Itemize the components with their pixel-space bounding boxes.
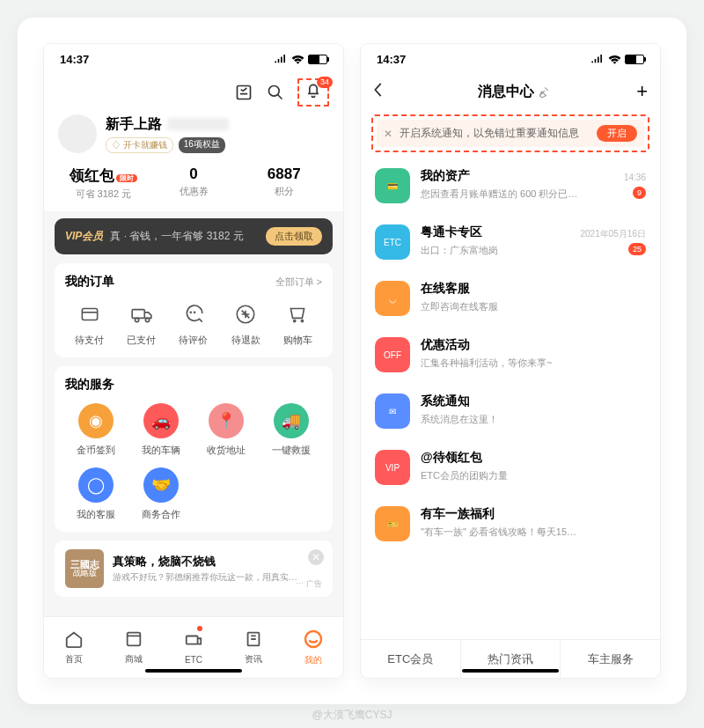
order-item[interactable]: 待支付: [65, 300, 114, 347]
tab-icon: [303, 629, 324, 651]
message-row[interactable]: 🎫 有车一族福利 "有车一族" 必看省钱攻略！每天15…: [361, 496, 660, 552]
avatar[interactable]: [58, 114, 97, 153]
status-bar: 14:37: [361, 44, 660, 74]
bell-highlight[interactable]: 34: [297, 78, 329, 107]
banner-text: 开启系统通知，以免错过重要通知信息: [400, 126, 590, 141]
profile-section: 新手上路 ♢ 开卡就赚钱 16项权益 领红包限时 可省 3182 元 0优惠券 …: [44, 111, 343, 211]
row-name: 在线客服: [421, 281, 470, 297]
banner-open-button[interactable]: 开启: [597, 125, 637, 142]
order-item[interactable]: 已支付: [117, 300, 165, 347]
row-desc: 系统消息在这里！: [421, 413, 498, 426]
orders-more[interactable]: 全部订单 >: [275, 276, 322, 289]
back-icon[interactable]: [373, 82, 391, 101]
service-item[interactable]: 🚚一键救援: [260, 403, 322, 457]
message-row[interactable]: ◡ 在线客服 立即咨询在线客服: [361, 270, 660, 327]
watermark: @大漠飞鹰CYSJ: [0, 708, 704, 723]
message-row[interactable]: 💳 我的资产14:36 您因查看月账单赠送的 600 积分已…9: [361, 158, 660, 214]
services-title: 我的服务: [65, 377, 114, 393]
message-row[interactable]: ETC 粤通卡专区2021年05月16日 出口：广东富地岗25: [361, 214, 660, 270]
svg-point-12: [305, 631, 321, 647]
scan-icon[interactable]: [234, 83, 253, 102]
tab-0[interactable]: 首页: [44, 617, 104, 678]
bottom-tab-0[interactable]: ETC会员: [361, 640, 461, 678]
page-title: 消息中心: [391, 83, 636, 101]
svg-rect-0: [238, 86, 251, 99]
tab-icon: [64, 629, 84, 651]
stat-coupon[interactable]: 0优惠券: [149, 165, 239, 201]
row-icon: 🎫: [375, 506, 410, 541]
stat-points[interactable]: 6887积分: [238, 165, 329, 201]
phone-profile: 14:37 34 新手上路 ♢ 开卡就赚钱 16: [44, 44, 343, 678]
home-indicator: [462, 669, 559, 673]
wifi-icon: [291, 54, 304, 64]
row-desc: 立即咨询在线客服: [421, 300, 498, 313]
message-row[interactable]: ✉ 系统通知 系统消息在这里！: [361, 383, 660, 439]
wifi-icon: [608, 54, 621, 64]
add-icon[interactable]: +: [636, 80, 648, 103]
order-item[interactable]: 待退款: [222, 300, 270, 347]
orders-title: 我的订单: [65, 274, 114, 290]
ad-close-icon[interactable]: ✕: [308, 549, 324, 565]
service-item[interactable]: ◯我的客服: [65, 467, 127, 521]
svg-rect-3: [132, 310, 144, 319]
row-icon: ETC: [375, 224, 410, 260]
search-icon[interactable]: [266, 83, 285, 102]
username: 新手上路: [106, 116, 162, 131]
vip-banner[interactable]: VIP会员 真 · 省钱，一年省够 3182 元 点击领取: [55, 218, 333, 254]
service-icon: ◉: [78, 403, 114, 438]
tab-label: 我的: [304, 654, 322, 666]
service-icon: 🚚: [274, 403, 309, 438]
stat-redpacket[interactable]: 领红包限时 可省 3182 元: [58, 165, 149, 201]
message-row[interactable]: VIP @待领红包 ETC会员的团购力量: [361, 439, 660, 496]
battery-icon: [625, 55, 644, 64]
service-label: 我的车辆: [130, 444, 192, 457]
bottom-tab-2[interactable]: 车主服务: [561, 640, 660, 678]
tab-4[interactable]: 我的: [283, 617, 343, 678]
row-time: 14:36: [624, 173, 646, 182]
row-name: 系统通知: [421, 393, 470, 409]
home-indicator: [145, 669, 242, 673]
profile-tag-rights[interactable]: 16项权益: [179, 137, 225, 153]
tab-icon: [124, 629, 143, 651]
service-label: 金币签到: [65, 444, 127, 457]
row-desc: 出口：广东富地岗: [421, 244, 498, 257]
vip-text: 真 · 省钱，一年省够 3182 元: [110, 229, 266, 244]
vip-logo: VIP会员: [65, 229, 103, 244]
status-bar: 14:37: [44, 44, 343, 74]
order-item[interactable]: 购物车: [274, 300, 322, 347]
service-label: 商务合作: [130, 508, 192, 521]
message-row[interactable]: OFF 优惠活动 汇集各种福利活动，等你来享~: [361, 327, 660, 383]
row-count: 9: [633, 187, 646, 199]
svg-rect-10: [187, 636, 198, 643]
service-item[interactable]: 🤝商务合作: [130, 467, 192, 521]
tab-label: ETC: [185, 655, 202, 665]
profile-tag-card[interactable]: ♢ 开卡就赚钱: [106, 137, 173, 153]
vip-button[interactable]: 点击领取: [266, 227, 322, 246]
service-item[interactable]: 📍收货地址: [195, 403, 257, 457]
tab-icon: [244, 629, 263, 651]
row-icon: ◡: [375, 281, 410, 316]
order-item[interactable]: 待评价: [169, 300, 217, 347]
banner-close-icon[interactable]: ✕: [384, 128, 392, 140]
svg-rect-9: [128, 633, 141, 646]
svg-point-5: [145, 318, 149, 321]
row-desc: 您因查看月账单赠送的 600 积分已…: [421, 188, 577, 201]
row-count: 25: [628, 243, 646, 255]
message-list: 💳 我的资产14:36 您因查看月账单赠送的 600 积分已…9 ETC 粤通卡…: [361, 158, 660, 639]
row-icon: OFF: [375, 337, 410, 372]
service-label: 收货地址: [195, 444, 257, 457]
broom-icon[interactable]: [538, 85, 550, 98]
svg-point-4: [135, 318, 138, 321]
order-icon: [231, 300, 260, 328]
status-time: 14:37: [60, 53, 89, 66]
service-icon: 📍: [209, 403, 244, 438]
service-item[interactable]: 🚗我的车辆: [130, 403, 192, 457]
service-label: 我的客服: [65, 508, 127, 521]
tab-icon: [184, 631, 203, 652]
tab-label: 资讯: [245, 653, 262, 665]
ad-card[interactable]: 三國志战略版 真策略，烧脑不烧钱 游戏不好玩？郭德纲推荐你玩这一款，用真实… ✕…: [55, 540, 333, 597]
service-item[interactable]: ◉金币签到: [65, 403, 127, 457]
row-name: 我的资产: [421, 168, 470, 184]
tab-label: 首页: [65, 653, 83, 665]
row-desc: 汇集各种福利活动，等你来享~: [421, 357, 552, 370]
